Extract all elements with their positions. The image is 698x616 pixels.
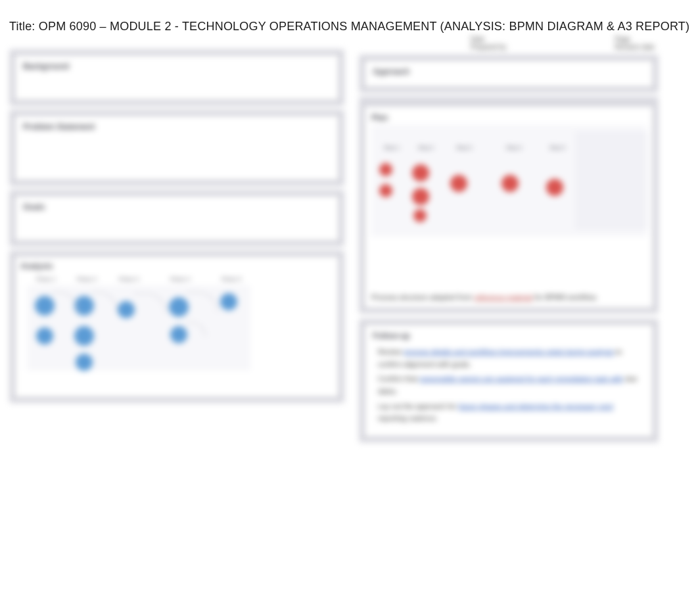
node-icon — [74, 326, 94, 346]
followup-link[interactable]: responsible owners are assigned for each… — [419, 375, 623, 383]
heading-analysis: Analysis — [20, 262, 333, 271]
box-plan: Plan Step 1 Step 2 Step 3 Step 4 Step 5 — [359, 101, 659, 314]
lane-label: Phase 4 — [164, 276, 197, 282]
lane-label: Step 1 — [375, 145, 408, 151]
followup-prefix: Lay out the approach for — [378, 402, 456, 410]
lane-label: Phase 5 — [215, 276, 248, 282]
node-icon — [413, 209, 427, 222]
heading-background: Background — [23, 62, 331, 71]
followup-prefix: Confirm that — [378, 375, 417, 383]
node-icon — [412, 188, 429, 205]
right-column: Date Prepared by Page Revision date Appr… — [359, 49, 659, 446]
node-icon — [76, 354, 93, 371]
heading-goals: Goals — [23, 202, 331, 212]
heading-problem: Problem Statement — [23, 122, 331, 131]
heading-followup: Follow-up — [373, 331, 645, 341]
meta-date-label: Date — [471, 36, 484, 43]
lane-label: Step 5 — [541, 145, 574, 151]
plan-diagram: Step 1 Step 2 Step 3 Step 4 Step 5 — [371, 125, 646, 289]
box-goals: Goals — [9, 190, 344, 247]
followup-prefix: Review — [378, 348, 402, 356]
followup-suffix: reporting cadence. — [378, 414, 438, 422]
lane-label: Phase 1 — [30, 276, 62, 282]
meta-row: Date Prepared by Page Revision date — [471, 35, 655, 51]
meta-prepared: Prepared by — [471, 43, 506, 51]
plan-note-prefix: Process structure adapted from — [371, 293, 472, 301]
heading-plan: Plan — [371, 113, 646, 122]
box-problem-statement: Problem Statement — [9, 110, 344, 186]
meta-page-label: Page — [615, 36, 630, 43]
analysis-diagram: Phase 1 Phase 2 Phase 3 Phase 4 Phase 5 — [20, 273, 333, 392]
node-icon — [501, 175, 519, 192]
blurred-content: Background Problem Statement Goals Analy… — [0, 34, 698, 599]
plan-note-suffix: for BPMN workflow. — [534, 293, 597, 301]
node-icon — [450, 175, 467, 192]
lane-label: Phase 2 — [70, 276, 103, 282]
followup-link[interactable]: future phases and determine the necessar… — [458, 402, 613, 410]
meta-revision: Revision date — [615, 43, 655, 51]
lane-label: Step 2 — [409, 145, 442, 151]
node-icon — [36, 327, 53, 344]
followup-item: Confirm that responsible owners are assi… — [378, 373, 640, 397]
node-icon — [118, 301, 135, 318]
box-followup: Follow-up Review process details and wor… — [359, 319, 659, 442]
node-icon — [546, 179, 563, 196]
lane-label: Step 3 — [448, 145, 480, 151]
node-icon — [379, 184, 392, 197]
node-icon — [220, 293, 237, 310]
lane-label: Phase 3 — [112, 276, 145, 282]
followup-link[interactable]: process details and workflow improvement… — [404, 348, 614, 356]
followup-item: Review process details and workflow impr… — [378, 346, 640, 370]
box-background: Background — [9, 49, 344, 106]
left-column: Background Problem Statement Goals Analy… — [9, 49, 344, 407]
heading-approach: Approach — [373, 67, 645, 76]
node-icon — [379, 163, 392, 176]
node-icon — [170, 326, 187, 343]
box-approach: Approach — [359, 55, 659, 93]
followup-item: Lay out the approach for future phases a… — [378, 400, 640, 425]
node-icon — [412, 164, 429, 181]
plan-note-link[interactable]: reference material — [475, 293, 533, 301]
page-title: Title: OPM 6090 – MODULE 2 - TECHNOLOGY … — [0, 0, 698, 34]
plan-note: Process structure adapted from reference… — [371, 293, 646, 301]
lane-label: Step 4 — [498, 145, 530, 151]
box-analysis: Analysis Phase 1 Phase 2 Phase 3 Phase 4… — [9, 250, 344, 403]
